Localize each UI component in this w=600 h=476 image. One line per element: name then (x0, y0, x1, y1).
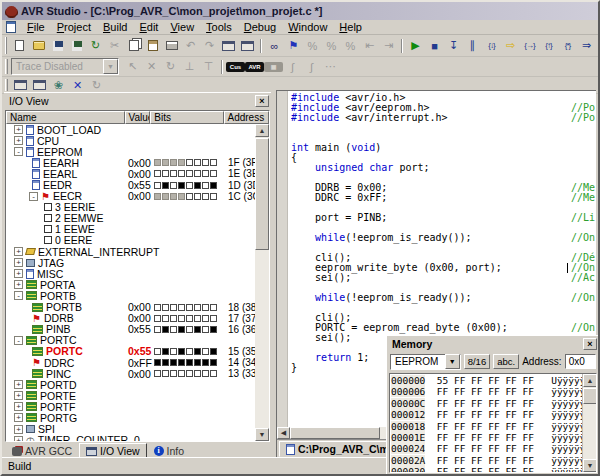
bit-box[interactable] (162, 159, 169, 166)
bit-box[interactable] (162, 170, 169, 177)
scrollbar-thumb[interactable] (290, 427, 380, 439)
io-row-eearl[interactable]: EEARL0x001E (3E) (6, 168, 255, 179)
io-row-eedr[interactable]: EEDR0x551D (3D) (6, 179, 255, 190)
bit-box[interactable] (162, 315, 169, 322)
bit-box[interactable] (186, 370, 193, 377)
bit-box[interactable] (210, 182, 217, 189)
ascii-toggle-button[interactable]: abc. (493, 354, 519, 369)
trace-loop-button[interactable]: ↻ (161, 58, 180, 75)
io-row-portf[interactable]: +PORTF (6, 401, 255, 412)
io-register-tree[interactable]: +BOOT_LOAD+CPU-EEPROMEEARH0x001F (3F)EEA… (6, 124, 255, 441)
bit-box[interactable] (170, 193, 177, 200)
bit-box[interactable] (186, 159, 193, 166)
bit-box[interactable] (194, 170, 201, 177)
redo-button[interactable]: ↷ (200, 37, 219, 54)
io-row-ddrc[interactable]: ⚑DDRC0xFF14 (34) (6, 357, 255, 368)
bit-box[interactable] (194, 193, 201, 200)
format-toggle-button[interactable]: 8/16 (464, 354, 491, 369)
expand-icon[interactable]: + (14, 380, 23, 389)
scroll-down-icon[interactable]: ▼ (583, 459, 597, 472)
save-io-layout-button[interactable] (30, 77, 49, 94)
expand-icon[interactable]: + (14, 436, 23, 441)
outdent-button[interactable]: ⇤ (360, 37, 379, 54)
bit-box[interactable] (202, 170, 209, 177)
bit-box[interactable] (210, 348, 217, 355)
collapse-icon[interactable]: - (14, 336, 23, 345)
column-header-bits[interactable]: Bits (150, 111, 223, 124)
menu-edit[interactable]: Edit (133, 20, 164, 34)
undo-button[interactable]: ↶ (181, 37, 200, 54)
expand-icon[interactable]: + (14, 269, 23, 278)
collapse-icon[interactable]: - (29, 192, 38, 201)
io-row-eecr[interactable]: -⚑EECR0x001C (3C) (6, 191, 255, 202)
expand-icon[interactable]: + (14, 258, 23, 267)
bit-box[interactable] (154, 170, 161, 177)
menu-build[interactable]: Build (97, 20, 133, 34)
bit-box[interactable] (154, 326, 161, 333)
bit-box[interactable] (178, 315, 185, 322)
open-file-button[interactable] (29, 37, 48, 54)
run-to-cursor-button[interactable]: ⇨ (501, 37, 520, 54)
column-header-name[interactable]: Name (6, 111, 125, 124)
bit-box[interactable] (178, 170, 185, 177)
io-row-timer_counter_0[interactable]: +◷TIMER_COUNTER_0 (6, 435, 255, 441)
apply-io-button[interactable]: ❀ (49, 77, 68, 94)
pause-button[interactable]: ∥ (463, 37, 482, 54)
bit-box[interactable] (202, 182, 209, 189)
run-button[interactable]: ▶ (406, 37, 425, 54)
bit-checkbox[interactable] (44, 203, 52, 211)
chevron-down-icon[interactable]: ▼ (445, 354, 460, 369)
next-statement-button[interactable]: ⇒ (577, 37, 596, 54)
find-prev-button[interactable]: % (322, 37, 341, 54)
bit-box[interactable] (170, 370, 177, 377)
io-row-cpu[interactable]: +CPU (6, 135, 255, 146)
menu-tools[interactable]: Tools (200, 20, 238, 34)
reset-button[interactable]: ↧ (444, 37, 463, 54)
disabled-trace-button[interactable]: ⋯ (321, 58, 340, 75)
menu-help[interactable]: Help (333, 20, 368, 34)
autostep-button[interactable]: {*} (558, 37, 577, 54)
bit-box[interactable] (210, 159, 217, 166)
bit-box[interactable] (178, 359, 185, 366)
menu-file[interactable]: File (21, 20, 51, 34)
bit-box[interactable] (178, 370, 185, 377)
bit-box[interactable] (162, 326, 169, 333)
find-next-button[interactable]: % (303, 37, 322, 54)
io-row-1-eewe[interactable]: 1 EEWE (6, 224, 255, 235)
bit-box[interactable] (194, 370, 201, 377)
project-window-button[interactable] (219, 37, 238, 54)
bit-box[interactable] (194, 359, 201, 366)
io-row-portc[interactable]: -PORTC (6, 335, 255, 346)
bit-box[interactable] (170, 315, 177, 322)
bit-box[interactable] (210, 170, 217, 177)
bit-box[interactable] (202, 159, 209, 166)
bit-box[interactable] (186, 170, 193, 177)
memory-grid[interactable]: 000000 55 FF FF FF FF FF Uÿÿÿÿÿ000006 FF… (389, 373, 597, 473)
expand-icon[interactable]: + (14, 402, 23, 411)
io-row-spi[interactable]: +SPI (6, 424, 255, 435)
bit-box[interactable] (186, 304, 193, 311)
indent-button[interactable]: ⇥ (379, 37, 398, 54)
scroll-down-icon[interactable]: ▼ (255, 428, 269, 441)
expand-icon[interactable]: + (14, 280, 23, 289)
io-row-porte[interactable]: +PORTE (6, 390, 255, 401)
io-row-misc[interactable]: +MISC (6, 268, 255, 279)
bit-box[interactable] (162, 182, 169, 189)
bit-box[interactable] (202, 304, 209, 311)
scrollbar-thumb[interactable] (583, 388, 597, 404)
bit-checkbox[interactable] (44, 225, 52, 233)
cut-button[interactable]: ✂ (105, 37, 124, 54)
custom-part-button[interactable]: Cus (226, 58, 245, 75)
address-input[interactable]: 0x0 (565, 354, 596, 369)
bit-box[interactable] (210, 370, 217, 377)
bit-box[interactable] (202, 359, 209, 366)
scroll-up-icon[interactable]: ▲ (583, 374, 597, 387)
bit-box[interactable] (154, 370, 161, 377)
bit-checkbox[interactable] (44, 236, 52, 244)
print-button[interactable] (162, 37, 181, 54)
bit-box[interactable] (202, 193, 209, 200)
delete-io-button[interactable]: ✕ (68, 77, 87, 94)
menu-window[interactable]: Window (282, 20, 333, 34)
bit-box[interactable] (178, 348, 185, 355)
copy-button[interactable] (124, 37, 143, 54)
